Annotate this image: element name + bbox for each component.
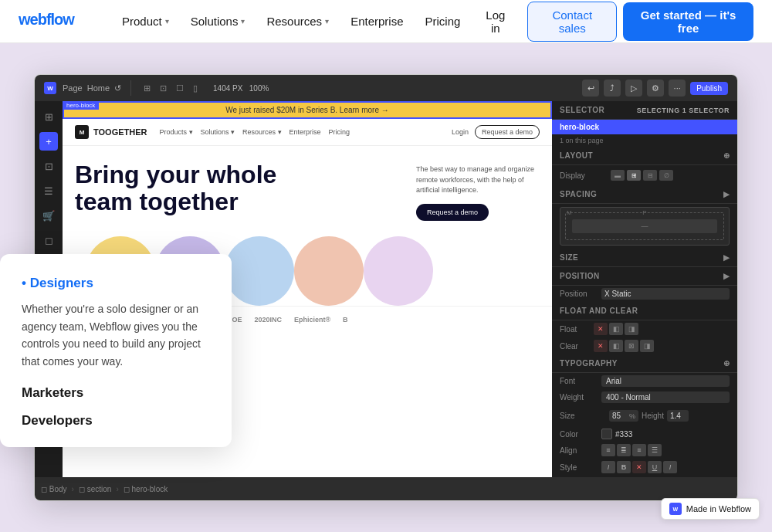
spacing-section-header[interactable]: Spacing ▶ — [552, 185, 737, 204]
style-row: Style I B ✕ U I — [552, 459, 737, 476]
float-left-icon[interactable]: ◧ — [609, 323, 623, 335]
breadcrumb-hero-block[interactable]: ◻ hero-block — [124, 485, 168, 493]
pages-icon[interactable]: ◻ — [39, 231, 58, 249]
typography-expand-icon[interactable]: ⊕ — [723, 359, 730, 368]
add-element-icon[interactable]: + — [39, 132, 58, 151]
line-height-field[interactable]: 1.4 — [667, 410, 689, 422]
display-flex-icon[interactable]: ⊞ — [627, 170, 641, 181]
login-button[interactable]: Log in — [469, 2, 521, 41]
position-expand-icon[interactable]: ▶ — [723, 272, 730, 280]
undo-icon[interactable]: ↩ — [582, 80, 599, 97]
designer-right-panel: Selector Selecting 1 selector hero-block… — [552, 101, 737, 477]
navigator-icon[interactable]: ⊞ — [39, 107, 58, 126]
align-justify-icon[interactable]: ☰ — [648, 444, 662, 456]
display-none-icon[interactable]: ∅ — [659, 170, 673, 181]
topbar-devices: ⊞ ⊡ ☐ ▯ — [141, 82, 201, 95]
device-mobile-sm[interactable]: ▯ — [190, 82, 201, 95]
clear-right-icon[interactable]: ◨ — [640, 340, 654, 352]
share-icon[interactable]: ⤴ — [604, 80, 621, 97]
nav-solutions[interactable]: Solutions ▾ — [181, 10, 255, 32]
popup-developers-label[interactable]: Developers — [22, 413, 210, 429]
layout-expand-icon[interactable]: ⊕ — [723, 151, 730, 160]
breadcrumb-sep-2: › — [116, 485, 118, 493]
hero-heading: Bring your whole team together — [75, 161, 401, 215]
color-swatch — [601, 429, 612, 439]
page-info: Page Home ↺ — [63, 83, 121, 93]
device-tablet[interactable]: ⊡ — [157, 82, 170, 95]
nav-pricing[interactable]: Pricing — [416, 10, 470, 32]
contact-sales-button[interactable]: Contact sales — [527, 2, 617, 42]
font-dropdown[interactable]: Arial — [601, 375, 730, 387]
clear-x-icon[interactable]: ✕ — [594, 340, 608, 352]
italic-icon[interactable]: I — [601, 461, 615, 473]
popup-designers-desc: Whether you're a solo designer or an age… — [22, 300, 210, 370]
size-height-row: Size 85 % Height 1.4 — [552, 405, 737, 426]
float-x-icon[interactable]: ✕ — [594, 323, 608, 335]
clear-left-icon[interactable]: ◧ — [609, 340, 623, 352]
settings-icon[interactable]: ⚙ — [647, 80, 664, 97]
font-size-field[interactable]: 85 % — [609, 410, 638, 422]
breadcrumb-section[interactable]: ◻ section — [79, 485, 111, 493]
preview-icon[interactable]: ▷ — [625, 80, 642, 97]
float-right-icon[interactable]: ◨ — [625, 323, 638, 335]
webflow-logo[interactable]: webflow — [19, 10, 88, 33]
align-center-icon[interactable]: ≣ — [617, 444, 631, 456]
ecommerce-icon[interactable]: 🛒 — [39, 206, 58, 225]
nav-right: Log in Contact sales Get started — it's … — [469, 2, 753, 42]
size-fields: 85 % Height 1.4 — [601, 408, 696, 424]
italic2-icon[interactable]: I — [663, 461, 677, 473]
clear-both-icon[interactable]: ⊠ — [625, 340, 638, 352]
size-section-header[interactable]: Size ▶ — [552, 249, 737, 267]
topbar-separator — [130, 80, 131, 96]
layout-section-header: Layout ⊕ — [552, 147, 737, 165]
main-area: W Page Home ↺ ⊞ ⊡ ☐ ▯ 1404 PX 100% ↩ ⤴ — [0, 43, 772, 532]
nav-product[interactable]: Product ▾ — [113, 10, 178, 32]
made-in-webflow-badge[interactable]: W Made in Webflow — [661, 498, 760, 520]
more-icon[interactable]: ··· — [669, 80, 686, 97]
spacing-outer: P — — [565, 212, 724, 240]
bold-icon[interactable]: B — [617, 461, 631, 473]
clear-icons: ✕ ◧ ⊠ ◨ — [594, 340, 654, 352]
svg-text:webflow: webflow — [19, 11, 75, 28]
device-desktop[interactable]: ⊞ — [141, 82, 154, 95]
typography-section-header[interactable]: Typography ⊕ — [552, 354, 737, 373]
chevron-down-icon: ▾ — [165, 17, 169, 25]
nav-resources[interactable]: Resources ▾ — [257, 10, 338, 32]
position-dropdown[interactable]: X Static — [601, 288, 730, 300]
position-section-header[interactable]: Position ▶ — [552, 267, 737, 286]
navbar: webflow Product ▾ Solutions ▾ Resources … — [0, 0, 772, 43]
popup-marketers-label[interactable]: Marketers — [22, 385, 210, 401]
color-field[interactable]: #333 — [601, 429, 632, 439]
cms-icon[interactable]: ☰ — [39, 181, 58, 200]
chevron-down-icon: ▾ — [241, 17, 245, 25]
display-block-icon[interactable]: ▬ — [611, 170, 625, 181]
popup-designers-label[interactable]: Designers — [22, 276, 210, 291]
nav-enterprise[interactable]: Enterprise — [341, 10, 412, 32]
spacing-expand-icon[interactable]: ▶ — [723, 190, 730, 198]
topbar-right: ↩ ⤴ ▷ ⚙ ··· Publish — [582, 80, 728, 97]
selector-element-bar[interactable]: hero-block — [552, 120, 737, 134]
chevron-down-icon: ▾ — [325, 17, 329, 25]
color-row: Color #333 — [552, 426, 737, 442]
selector-section-header: Selector Selecting 1 selector — [552, 101, 737, 120]
designer-topbar: W Page Home ↺ ⊞ ⊡ ☐ ▯ 1404 PX 100% ↩ ⤴ — [35, 75, 737, 101]
site-nav-links-preview: Products ▾ Solutions ▾ Resources ▾ Enter… — [159, 128, 350, 136]
assets-icon[interactable]: ⊡ — [39, 157, 58, 175]
size-expand-icon[interactable]: ▶ — [723, 253, 730, 262]
spacing-inner: — — [572, 219, 717, 233]
designer-statusbar: ◻ Body › ◻ section › ◻ hero-block — [35, 477, 737, 500]
site-logo-icon: M — [75, 125, 89, 139]
hero-cta-button[interactable]: Request a demo — [416, 204, 489, 221]
float-section-header[interactable]: Float and clear — [552, 302, 737, 320]
publish-button[interactable]: Publish — [690, 82, 728, 95]
strikethrough-x-icon[interactable]: ✕ — [632, 461, 646, 473]
align-right-icon[interactable]: ≡ — [632, 444, 646, 456]
display-grid-icon[interactable]: ⊟ — [643, 170, 657, 181]
weight-dropdown[interactable]: 400 - Normal — [601, 391, 730, 403]
align-left-icon[interactable]: ≡ — [601, 444, 615, 456]
underline-icon[interactable]: U — [648, 461, 662, 473]
circle-peach — [294, 236, 364, 306]
get-started-button[interactable]: Get started — it's free — [623, 2, 753, 41]
breadcrumb-body[interactable]: ◻ Body — [41, 485, 67, 493]
device-mobile[interactable]: ☐ — [173, 82, 187, 95]
